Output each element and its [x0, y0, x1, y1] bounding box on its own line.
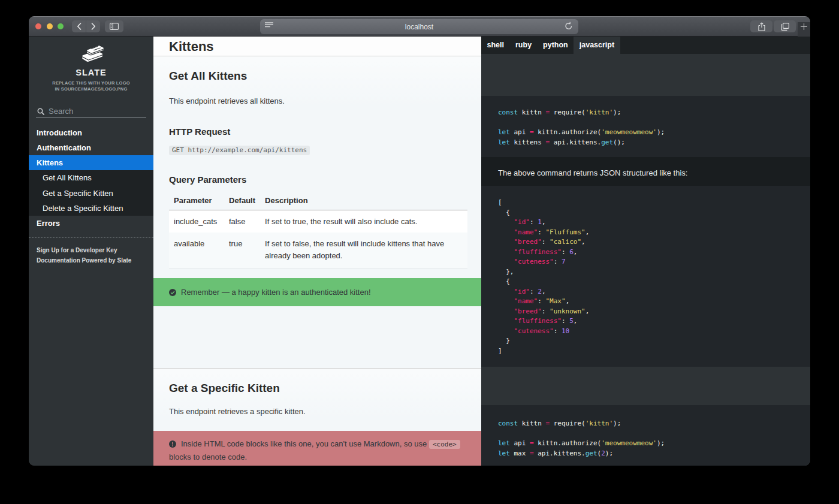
code-token: ); [657, 128, 665, 136]
page-title: Kittens [153, 37, 481, 56]
code-token: kittn [518, 420, 545, 427]
code-token: "cuteness" [514, 258, 554, 265]
table-of-contents: IntroductionAuthenticationKittensGet All… [29, 125, 153, 231]
table-cell: false [224, 210, 260, 233]
table-cell: available [169, 233, 224, 268]
code-token: const [498, 108, 518, 116]
brand-title: SLATE [29, 68, 153, 77]
toc-footer-link[interactable]: Documentation Powered by Slate [37, 255, 153, 265]
code-token: ); [605, 449, 613, 457]
traffic-lights [35, 16, 64, 37]
address-bar[interactable]: localhost [260, 19, 578, 34]
back-button[interactable] [72, 20, 86, 32]
code-token: "id" [514, 288, 530, 295]
code-token: kittn.authorize( [534, 128, 602, 136]
code-token: "calico" [550, 238, 581, 246]
lang-tab-javascript[interactable]: javascript [574, 37, 620, 54]
table-body: include_catsfalseIf set to true, the res… [169, 210, 467, 268]
warning-note-text-2: blocks to denote code. [169, 452, 247, 461]
plus-icon [801, 22, 807, 37]
table-header-row: ParameterDefaultDescription [169, 191, 467, 210]
code-block-get-a-specific-kitten: const kittn = require('kittn'); let api … [481, 405, 810, 466]
chevron-left-icon [77, 23, 82, 30]
code-token: 5 [569, 317, 574, 325]
code-token: = [530, 439, 534, 447]
code-token: "Max" [546, 297, 566, 305]
code-block-get-all-kittens: const kittn = require('kittn'); let api … [481, 96, 810, 157]
code-token [498, 218, 514, 226]
lang-tab-shell[interactable]: shell [481, 37, 510, 54]
code-token [498, 307, 514, 315]
sidebar-item-introduction[interactable]: Introduction [29, 125, 153, 140]
reload-icon[interactable] [565, 22, 573, 32]
code-token: "breed" [514, 238, 542, 246]
table-cell: true [224, 233, 260, 268]
language-selector: shellrubypythonjavascript [481, 37, 810, 54]
code-examples-panel: shellrubypythonjavascript const kittn = … [481, 37, 810, 466]
sidebar-item-errors[interactable]: Errors [29, 216, 153, 231]
new-tab-button[interactable] [798, 22, 810, 37]
section-description: This endpoint retrieves all kittens. [169, 95, 466, 107]
warning-code-chip: <code> [429, 440, 460, 449]
toc-footer: Sign Up for a Developer KeyDocumentation… [29, 238, 153, 265]
sidebar-item-get-all-kittens[interactable]: Get All Kittens [29, 170, 153, 185]
code-token [498, 248, 514, 256]
share-button[interactable] [750, 20, 772, 32]
section-get-a-specific-kitten: Get a Specific Kitten This endpoint retr… [153, 368, 481, 466]
section-heading: Get All Kittens [153, 56, 481, 84]
table-cell: If set to true, the result will also inc… [260, 210, 467, 233]
search-input[interactable]: Search [36, 107, 146, 118]
logo-note-line1: REPLACE THIS WITH YOUR LOGO [29, 80, 153, 86]
success-note: Remember — a happy kitten is an authenti… [153, 278, 481, 306]
code-token: { [498, 209, 510, 216]
code-token: "name" [514, 228, 538, 236]
sidebar: SLATE REPLACE THIS WITH YOUR LOGO IN SOU… [29, 37, 153, 466]
http-request-heading: HTTP Request [169, 125, 466, 138]
sidebar-toggle-button[interactable] [105, 20, 123, 32]
lang-tab-python[interactable]: python [538, 37, 574, 54]
code-token: : [542, 307, 550, 315]
code-token: }, [498, 268, 514, 276]
code-token: kittn [518, 108, 545, 116]
sidebar-item-delete-a-specific-kitten[interactable]: Delete a Specific Kitten [29, 201, 153, 216]
minimize-window-button[interactable] [47, 23, 53, 29]
code-token: "unknown" [550, 307, 586, 315]
table-header: Parameter [169, 191, 224, 210]
success-note-text: Remember — a happy kitten is an authenti… [181, 288, 371, 297]
code-token: require( [550, 108, 586, 116]
exclamation-circle-icon [169, 439, 176, 451]
sidebar-item-kittens[interactable]: Kittens [29, 155, 153, 170]
http-request-code: GET http://example.com/api/kittens [169, 146, 310, 155]
forward-button[interactable] [86, 20, 100, 32]
tab-overview-button[interactable] [774, 20, 796, 32]
code-token: ); [613, 108, 621, 116]
code-token: , [574, 317, 578, 325]
logo-note-line2: IN SOURCE/IMAGES/LOGO.PNG [29, 86, 153, 92]
zoom-window-button[interactable] [58, 23, 64, 29]
close-window-button[interactable] [35, 23, 41, 29]
sidebar-icon [110, 23, 119, 30]
code-token: get [586, 449, 597, 457]
history-nav-group [72, 20, 100, 32]
search-icon [37, 108, 44, 115]
browser-content: SLATE REPLACE THIS WITH YOUR LOGO IN SOU… [29, 37, 810, 466]
code-token: 6 [569, 248, 574, 256]
toc-footer-link[interactable]: Sign Up for a Developer Key [37, 245, 153, 255]
code-token: api.kittens. [550, 138, 601, 146]
search-placeholder: Search [49, 107, 73, 116]
sidebar-item-get-a-specific-kitten[interactable]: Get a Specific Kitten [29, 186, 153, 201]
warning-note-text-1: Inside HTML code blocks like this one, y… [181, 439, 427, 448]
code-token [498, 297, 514, 305]
code-token: let [498, 138, 510, 146]
code-token: let [498, 439, 510, 447]
code-token: = [530, 128, 534, 136]
code-token: : [530, 218, 538, 226]
section-heading: Get a Specific Kitten [153, 369, 481, 397]
code-token: api [510, 128, 530, 136]
code-token: max [510, 449, 530, 457]
code-token: , [574, 248, 578, 256]
lang-tab-ruby[interactable]: ruby [510, 37, 538, 54]
chevron-right-icon [91, 23, 96, 30]
share-icon [758, 22, 765, 31]
sidebar-item-authentication[interactable]: Authentication [29, 140, 153, 155]
